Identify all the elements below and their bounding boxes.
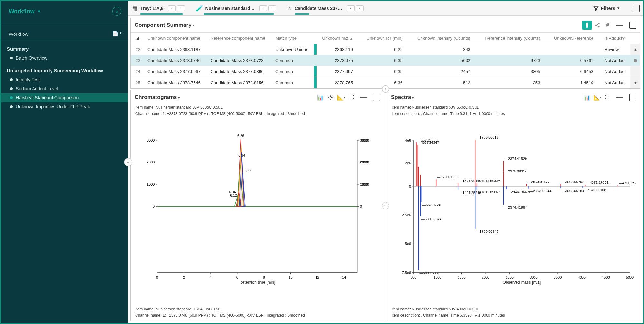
sidebar-group-title: Untargeted Impurity Screeening Workflow xyxy=(1,63,128,75)
column-header[interactable]: Reference intensity (Counts) xyxy=(478,33,548,44)
chrom-footer-item: Item name: Nusinersen standard 50V 400oC… xyxy=(131,306,384,313)
sidebar-item[interactable]: Unknown Impurities Under FLP Peak xyxy=(1,102,128,111)
minimize-button[interactable]: — xyxy=(615,21,625,30)
sidebar-title[interactable]: Workflow ▾ xyxy=(9,8,40,15)
pin-icon[interactable]: 📄▾ xyxy=(112,31,121,37)
breadcrumb[interactable]: ▦ Tray: 1:A,8 ‹ › xyxy=(131,5,186,12)
sidebar-item[interactable]: Batch Overview xyxy=(1,54,128,63)
svg-text:—2850.01577: —2850.01577 xyxy=(527,180,550,184)
spectra-chart[interactable]: 02e64e62.5e65e67.5e650010001500200025003… xyxy=(391,119,636,304)
axes-icon[interactable]: 📐▾ xyxy=(592,93,602,102)
maximize-button[interactable] xyxy=(373,94,380,101)
svg-text:2e6: 2e6 xyxy=(405,161,411,165)
column-header[interactable]: Unknown component name xyxy=(144,33,207,44)
next-button[interactable]: › xyxy=(177,5,185,11)
svg-text:1500: 1500 xyxy=(458,275,466,279)
peaks-icon[interactable]: 📊 xyxy=(582,93,592,102)
fullscreen-icon[interactable]: ⛶ xyxy=(346,93,356,102)
scrollbar[interactable] xyxy=(630,55,640,66)
spectra-panel: Spectra▾ 📊 📐▾ ⛶ — Item name: Nusinersen … xyxy=(387,90,640,321)
column-header[interactable]: Is Adduct? xyxy=(601,33,630,44)
workflow-section-label: Workflow xyxy=(9,31,28,37)
svg-text:10: 10 xyxy=(289,275,292,279)
sidebar-item-label: Batch Overview xyxy=(16,55,47,61)
select-all-header[interactable]: ◢ xyxy=(131,33,144,44)
breadcrumb[interactable]: ⚛ Candidate Mass 237… ‹ › xyxy=(286,5,365,12)
scrollbar[interactable] xyxy=(630,66,640,77)
svg-text:6.41: 6.41 xyxy=(245,169,251,173)
minimize-button[interactable]: — xyxy=(615,93,625,102)
summary-table[interactable]: ◢Unknown component nameReference compone… xyxy=(131,32,640,88)
svg-text:—603.25917: —603.25917 xyxy=(420,271,440,275)
hash-icon[interactable]: # xyxy=(603,21,612,30)
svg-text:6.34: 6.34 xyxy=(238,154,245,158)
sidebar-item[interactable]: Harsh vs Standard Comparison xyxy=(1,93,128,102)
column-header[interactable]: Unknown m/z▲ xyxy=(317,33,361,44)
scrollbar[interactable] xyxy=(630,33,640,44)
svg-text:0: 0 xyxy=(360,204,362,208)
horizontal-splitter[interactable]: ↕ xyxy=(382,85,389,93)
svg-text:—1816.85667: —1816.85667 xyxy=(478,191,500,194)
svg-text:4e6: 4e6 xyxy=(405,138,411,142)
svg-text:—2436.15375: —2436.15375 xyxy=(507,190,530,194)
next-button[interactable]: › xyxy=(356,5,364,11)
filters-button[interactable]: Filters ▾ xyxy=(591,4,622,13)
scrollbar[interactable]: ▾ xyxy=(630,77,640,88)
table-row[interactable]: 23Candidate Mass 2373.0746Candidate Mass… xyxy=(131,55,640,66)
fullscreen-icon[interactable]: ⛶ xyxy=(603,93,612,102)
svg-text:2500: 2500 xyxy=(506,275,514,279)
view-vials-button[interactable] xyxy=(582,21,592,30)
share-icon[interactable] xyxy=(592,21,602,30)
minimize-button[interactable]: — xyxy=(359,93,368,102)
sidebar-item-label: Harsh vs Standard Comparison xyxy=(16,95,79,100)
sidebar-item-label: Sodium Adduct Level xyxy=(16,86,58,91)
panel-title-spectra[interactable]: Spectra▾ xyxy=(391,94,414,101)
svg-text:4: 4 xyxy=(210,275,212,279)
svg-text:—3562.65183: —3562.65183 xyxy=(562,189,584,193)
svg-text:—970.13035: —970.13035 xyxy=(437,175,457,179)
panel-title-chrom[interactable]: Chromatograms▾ xyxy=(135,94,180,101)
svg-text:3000: 3000 xyxy=(530,275,538,279)
svg-text:1000: 1000 xyxy=(147,182,155,186)
svg-text:0: 0 xyxy=(409,184,411,188)
spectra-header-desc: Item description: , Channel name: Time 6… xyxy=(387,111,640,117)
sidebar-item[interactable]: Identity Test xyxy=(1,75,128,84)
column-header[interactable]: Match type xyxy=(272,33,314,44)
svg-point-4 xyxy=(330,97,332,98)
maximize-button[interactable] xyxy=(629,94,636,101)
collapse-sidebar-button[interactable]: « xyxy=(112,7,121,16)
column-header[interactable]: Reference component name xyxy=(207,33,272,44)
gear-icon[interactable] xyxy=(326,93,336,102)
column-header[interactable]: Unknown RT (min) xyxy=(361,33,410,44)
bullet-icon xyxy=(10,105,13,108)
table-row[interactable]: 22Candidate Mass 2368.1187Unknown Unique… xyxy=(131,44,640,55)
svg-text:—3562.55797: —3562.55797 xyxy=(562,180,584,184)
maximize-button[interactable] xyxy=(629,22,636,29)
column-header[interactable]: Unknown/Reference xyxy=(548,33,601,44)
scrollbar[interactable]: ▴ xyxy=(630,44,640,55)
next-button[interactable]: › xyxy=(268,5,276,11)
svg-text:—4750.29377: —4750.29377 xyxy=(619,181,636,185)
svg-text:2: 2 xyxy=(183,275,185,279)
sidebar-splitter[interactable]: ↔ xyxy=(124,158,132,166)
chromatogram-chart[interactable]: 001000100020002000300030001000-10002000-… xyxy=(135,119,380,304)
panel-title-summary[interactable]: Component Summary▾ xyxy=(135,22,195,28)
svg-text:12: 12 xyxy=(315,275,319,279)
svg-text:2000: 2000 xyxy=(482,275,490,279)
breadcrumb-bar: ▦ Tray: 1:A,8 ‹ › 🧪 Nusinersen standard…… xyxy=(128,1,643,16)
svg-text:—639.09374: —639.09374 xyxy=(421,217,441,221)
axes-icon[interactable]: 📐▾ xyxy=(336,93,346,102)
prev-button[interactable]: ‹ xyxy=(259,5,267,11)
column-header[interactable]: Unknown intensity (Counts) xyxy=(410,33,478,44)
chrom-header-item: Item name: Nusinersen standard 50V 550oC… xyxy=(131,104,384,111)
sidebar-item[interactable]: Sodium Adduct Level xyxy=(1,84,128,93)
svg-text:3000: 3000 xyxy=(147,138,155,142)
vertical-splitter[interactable]: ↔ xyxy=(382,202,389,209)
maximize-main-button[interactable] xyxy=(633,5,640,12)
svg-text:0: 0 xyxy=(156,275,158,279)
table-row[interactable]: 24Candidate Mass 2377.0967Candidate Mass… xyxy=(131,66,640,77)
prev-button[interactable]: ‹ xyxy=(168,5,176,11)
prev-button[interactable]: ‹ xyxy=(347,5,355,11)
peaks-icon[interactable]: 📊 xyxy=(316,93,325,102)
breadcrumb[interactable]: 🧪 Nusinersen standard… ‹ › xyxy=(194,5,277,12)
